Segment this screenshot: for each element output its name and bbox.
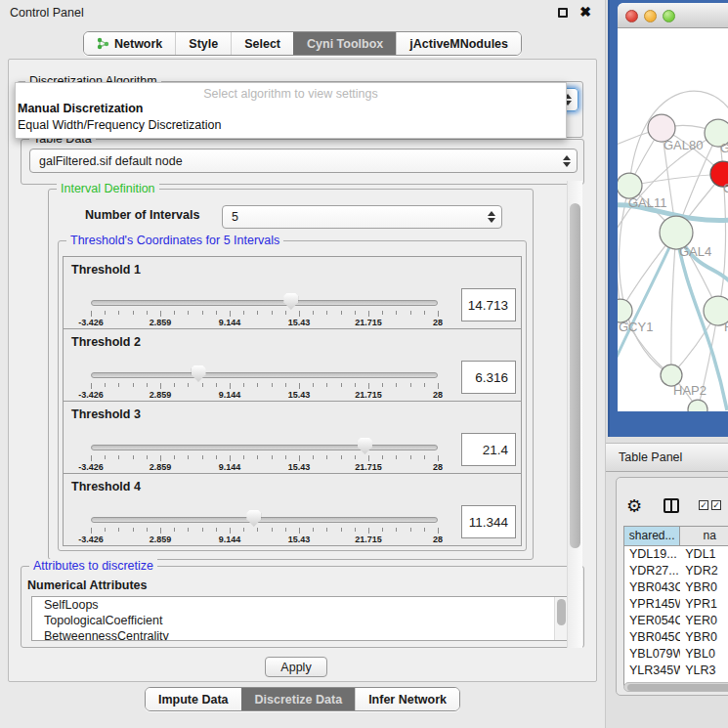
tick-label: 15.43: [276, 535, 322, 544]
network-node[interactable]: [688, 400, 707, 411]
tick-mark: [272, 528, 273, 532]
network-edge[interactable]: [629, 174, 723, 186]
tick-mark: [341, 383, 342, 387]
tick-mark: [202, 455, 203, 459]
node-attribute-table: shared...na YDL19...YDL1YDR27...YDR2YBR0…: [623, 526, 728, 686]
tick-mark: [243, 528, 244, 532]
scrollbar-thumb[interactable]: [570, 203, 580, 548]
table-row[interactable]: YDR27...YDR2: [624, 563, 728, 579]
list-item[interactable]: TopologicalCoefficient: [32, 613, 568, 628]
slider-thumb[interactable]: [246, 510, 261, 527]
table-row[interactable]: YER054CYER0: [624, 613, 728, 629]
node-label: HAP2: [673, 383, 707, 398]
network-canvas[interactable]: GAL80GACGAL11GAL4GCY1HHAP2: [618, 28, 728, 411]
slider-track[interactable]: [91, 372, 438, 378]
threshold-panel: Threshold 4-3.4262.8599.14415.4321.71528…: [63, 473, 522, 546]
tab-impute-data[interactable]: Impute Data: [146, 688, 241, 710]
threshold-slider[interactable]: -3.4262.8599.14415.4321.71528: [64, 402, 454, 475]
column-header[interactable]: na: [680, 527, 728, 546]
tick-mark: [299, 383, 300, 389]
table-cell: YDL19...: [624, 546, 680, 563]
tick-mark: [396, 311, 397, 315]
slider-track[interactable]: [91, 445, 438, 450]
threshold-slider[interactable]: -3.4262.8599.14415.4321.71528: [64, 257, 454, 330]
list-item[interactable]: BetweennessCentrality: [32, 628, 568, 641]
network-edge[interactable]: [671, 233, 676, 375]
pane-vertical-scrollbar[interactable]: [567, 181, 582, 648]
list-item[interactable]: SelfLoops: [32, 597, 568, 613]
table-data-combobox[interactable]: galFiltered.sif default node: [29, 149, 578, 173]
tick-mark: [91, 383, 92, 389]
tick-mark: [230, 455, 231, 461]
dropdown-option-equal-width[interactable]: Equal Width/Frequency Discretization: [16, 117, 566, 134]
table-row[interactable]: YBR043CYBR0: [624, 579, 728, 596]
checkbox-icon[interactable]: ✓: [711, 500, 721, 510]
scrollbar-thumb[interactable]: [627, 684, 728, 691]
tick-mark: [272, 383, 273, 387]
tick-label: 21.715: [345, 535, 392, 544]
tab-style[interactable]: Style: [175, 32, 231, 55]
threshold-value[interactable]: 21.4: [461, 433, 516, 466]
network-window-titlebar: [618, 3, 728, 28]
table-row[interactable]: YDL19...YDL1: [624, 546, 728, 563]
table-cell: YBL0: [680, 646, 728, 663]
list-vertical-scrollbar[interactable]: [554, 597, 568, 640]
slider-thumb[interactable]: [358, 438, 372, 454]
threshold-value[interactable]: 14.713: [461, 288, 516, 321]
scrollbar-thumb[interactable]: [557, 599, 566, 625]
tab-jactivemnodules[interactable]: jActiveMNodules: [396, 32, 521, 55]
tick-mark: [382, 383, 383, 387]
slider-track[interactable]: [91, 300, 438, 306]
table-row[interactable]: YLR345WYLR3: [624, 663, 728, 679]
column-header[interactable]: shared...: [624, 527, 680, 546]
threshold-value[interactable]: 11.344: [461, 505, 516, 538]
tick-mark: [438, 311, 439, 317]
stepper-icon: [488, 211, 495, 223]
tick-mark: [160, 383, 161, 389]
zoom-traffic-light-icon[interactable]: [663, 10, 675, 22]
table-horizontal-scrollbar[interactable]: [623, 682, 728, 692]
thresholds-group: Threshold's Coordinates for 5 Intervals …: [58, 240, 527, 551]
threshold-panel: Threshold 3-3.4262.8599.14415.4321.71528…: [63, 401, 522, 474]
tick-mark: [368, 311, 369, 317]
tick-mark: [133, 311, 134, 315]
threshold-value[interactable]: 6.316: [461, 361, 516, 394]
apply-button[interactable]: Apply: [265, 657, 327, 677]
tick-mark: [299, 455, 300, 461]
checkbox-icon[interactable]: ✓: [699, 500, 708, 510]
tab-cyni-toolbox[interactable]: Cyni Toolbox: [293, 32, 396, 55]
number-of-intervals-combobox[interactable]: 5: [222, 205, 502, 229]
minimize-traffic-light-icon[interactable]: [644, 10, 657, 22]
table-data-group: Table Data galFiltered.sif default node: [21, 139, 584, 185]
close-icon[interactable]: ✖: [579, 4, 591, 20]
tick-mark: [424, 455, 425, 459]
table-row[interactable]: YBR045CYBR0: [624, 629, 728, 646]
node-label: GAL4: [679, 244, 711, 259]
gear-icon[interactable]: ⚙: [626, 495, 642, 517]
tab-infer-network[interactable]: Infer Network: [355, 688, 459, 710]
tab-network[interactable]: Network: [84, 32, 175, 55]
float-icon[interactable]: [558, 8, 568, 18]
tab-select[interactable]: Select: [231, 32, 293, 55]
table-row[interactable]: YBL079WYBL0: [624, 646, 728, 663]
dropdown-option-manual[interactable]: Manual Discretization: [16, 101, 566, 117]
close-traffic-light-icon[interactable]: [625, 10, 638, 22]
slider-track[interactable]: [91, 517, 438, 523]
numerical-attributes-list[interactable]: SelfLoopsTopologicalCoefficientBetweenne…: [31, 596, 569, 641]
tick-mark: [147, 383, 148, 387]
tab-discretize-data[interactable]: Discretize Data: [241, 688, 356, 710]
tick-label: -3.426: [67, 390, 114, 400]
tick-mark: [202, 311, 203, 315]
tick-label: 28: [414, 462, 461, 472]
columns-icon[interactable]: [664, 498, 679, 513]
threshold-panel: Threshold 2-3.4262.8599.14415.4321.71528…: [63, 328, 522, 402]
tick-mark: [133, 528, 134, 532]
threshold-slider[interactable]: -3.4262.8599.14415.4321.71528: [64, 329, 454, 403]
slider-thumb[interactable]: [192, 365, 206, 382]
network-icon: [97, 37, 109, 50]
slider-thumb[interactable]: [283, 293, 298, 310]
tick-mark: [216, 455, 217, 459]
network-edge[interactable]: [618, 233, 676, 365]
table-row[interactable]: YPR145WYPR1: [624, 596, 728, 613]
threshold-slider[interactable]: -3.4262.8599.14415.4321.71528: [64, 474, 454, 547]
